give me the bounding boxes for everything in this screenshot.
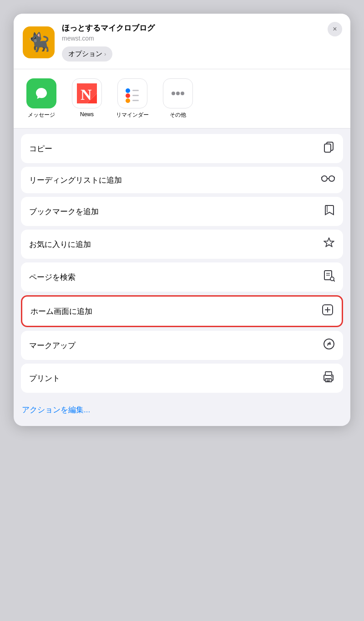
print-label: プリント [29,373,60,384]
chevron-right-icon: › [104,51,106,57]
more-dots-icon [168,83,188,103]
sheet-container: 🐈‍⬛ ほっとするマイクロブログ mewst.com オプション › × [0,0,364,621]
svg-point-18 [322,176,327,181]
app-item-more[interactable]: その他 [157,78,198,119]
news-icon: N [72,78,102,108]
actions-section: コピー リーディングリストに追加 [14,128,350,398]
copy-icon [323,141,335,156]
action-find[interactable]: ページを検索 [21,262,343,292]
news-logo-icon: N [77,83,97,103]
svg-point-6 [126,88,130,93]
app-item-news[interactable]: N News [66,78,107,119]
app-row-section: メッセージ N News [14,69,350,128]
reminders-label: リマインダー [116,111,149,119]
action-print[interactable]: プリント [21,364,343,393]
sheet-header: 🐈‍⬛ ほっとするマイクロブログ mewst.com オプション › × [14,14,350,69]
markup-label: マークアップ [29,340,76,351]
svg-rect-17 [324,144,331,152]
svg-text:N: N [81,86,92,103]
reading-list-label: リーディングリストに追加 [29,175,122,185]
svg-point-10 [126,98,130,103]
action-reading-list[interactable]: リーディングリストに追加 [21,167,343,193]
more-label: その他 [170,111,186,119]
svg-rect-7 [132,90,139,91]
print-icon [322,371,335,385]
svg-rect-9 [132,95,139,96]
home-screen-label: ホーム画面に追加 [30,306,92,317]
edit-actions: アクションを編集... [14,398,350,426]
copy-label: コピー [29,144,52,154]
find-label: ページを検索 [29,272,76,282]
cat-icon: 🐈‍⬛ [27,31,50,53]
svg-rect-5 [122,83,142,103]
svg-marker-24 [324,238,334,247]
edit-actions-link[interactable]: アクションを編集... [22,405,90,414]
svg-point-14 [176,92,180,95]
header-info: ほっとするマイクロブログ mewst.com オプション › [62,23,341,62]
svg-point-8 [126,93,130,98]
add-square-icon [322,304,334,318]
app-icon: 🐈‍⬛ [23,26,55,58]
favorites-label: お気に入りに追加 [29,239,91,250]
site-url: mewst.com [62,35,341,42]
options-button[interactable]: オプション › [62,46,112,62]
book-icon [323,204,335,219]
messages-bubble-icon [33,85,50,102]
reminders-icon [117,78,147,108]
bookmark-label: ブックマークを追加 [29,206,99,217]
more-icon [163,78,193,108]
svg-rect-11 [132,100,139,101]
app-row: メッセージ N News [21,78,343,119]
markup-icon [323,338,335,353]
action-home-screen[interactable]: ホーム画面に追加 [21,295,343,327]
app-item-messages[interactable]: メッセージ [21,78,62,119]
site-title: ほっとするマイクロブログ [62,23,341,33]
svg-point-19 [329,176,334,181]
svg-point-15 [181,92,184,95]
close-button[interactable]: × [328,22,342,36]
close-icon: × [333,25,337,33]
action-bookmark[interactable]: ブックマークを追加 [21,197,343,226]
search-doc-icon [323,270,335,284]
action-favorites[interactable]: お気に入りに追加 [21,230,343,259]
svg-rect-35 [325,372,332,375]
glasses-icon [321,174,335,186]
messages-icon [26,78,56,108]
action-markup[interactable]: マークアップ [21,331,343,360]
svg-point-39 [331,376,333,378]
svg-point-13 [172,92,175,95]
reminders-list-icon [122,83,142,103]
news-label: News [80,111,94,118]
messages-label: メッセージ [28,111,55,119]
share-sheet: 🐈‍⬛ ほっとするマイクロブログ mewst.com オプション › × [14,14,350,426]
action-copy[interactable]: コピー [21,134,343,163]
options-label: オプション [68,50,102,58]
app-item-reminders[interactable]: リマインダー [112,78,153,119]
svg-line-29 [334,280,335,282]
star-icon [323,237,335,251]
